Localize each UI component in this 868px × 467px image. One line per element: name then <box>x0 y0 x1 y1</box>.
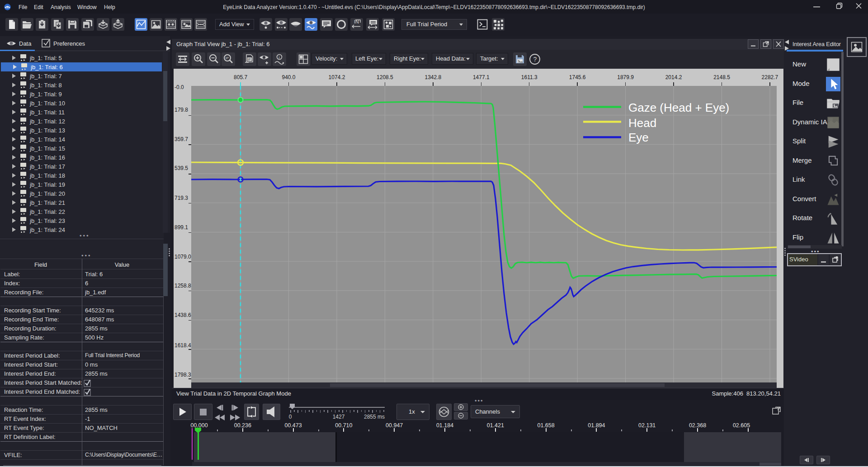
svg-text:IP: IP <box>226 56 229 60</box>
svg-text:Eye: Eye <box>628 131 649 144</box>
svg-text:Head: Head <box>628 116 656 130</box>
svg-text:?: ? <box>533 56 537 63</box>
svg-text:i: i <box>279 55 280 60</box>
svg-text:Gaze (Head + Eye): Gaze (Head + Eye) <box>628 101 729 114</box>
svg-text:IP: IP <box>248 58 251 61</box>
